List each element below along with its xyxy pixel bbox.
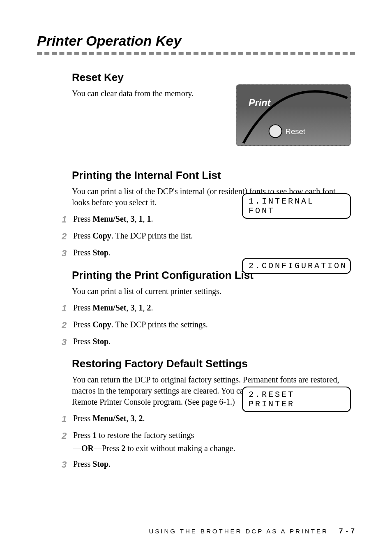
step-text: Press Stop. <box>73 457 355 470</box>
lcd-display-reset-printer: 2.RESET PRINTER <box>242 387 351 412</box>
lcd-display-configuration: 2.CONFIGURATION <box>242 258 351 274</box>
step-text: Press Copy. The DCP prints the settings. <box>73 318 355 331</box>
step-number: 1 <box>62 212 73 227</box>
print-panel-svg: Print Reset <box>237 85 350 145</box>
step-number: 2 <box>62 318 73 332</box>
lcd-display-internal-font: 1.INTERNAL FONT <box>242 193 351 219</box>
step-row: 3 Press Stop. <box>62 335 355 349</box>
step-row: 2 Press Copy. The DCP prints the list. <box>62 229 355 243</box>
factory-reset-steps: 1 Press Menu/Set, 3, 2. 2 Press 1 to res… <box>62 412 355 472</box>
step-text: Press Stop. <box>73 246 355 259</box>
page-number: 7 - 7 <box>339 527 355 535</box>
print-panel-illustration: Print Reset <box>236 84 351 146</box>
factory-reset-heading: Restoring Factory Default Settings <box>72 357 355 370</box>
step-row: 2 Press 1 to restore the factory setting… <box>62 429 355 455</box>
dashed-separator <box>37 52 355 55</box>
step-number: 2 <box>62 229 73 243</box>
step-number: 2 <box>62 429 73 443</box>
step-row: 1 Press Menu/Set, 3, 2. <box>62 412 355 426</box>
main-heading: Printer Operation Key <box>37 33 355 49</box>
step-number: 1 <box>62 412 73 426</box>
page-footer: USING THE BROTHER DCP AS A PRINTER 7 - 7 <box>149 527 355 535</box>
step-number: 3 <box>62 246 73 260</box>
config-list-steps: 1 Press Menu/Set, 3, 1, 2. 2 Press Copy.… <box>62 301 355 350</box>
print-label: Print <box>249 97 271 108</box>
step-row: 3 Press Stop. <box>62 457 355 472</box>
step-number: 3 <box>62 335 73 349</box>
reset-label: Reset <box>286 127 305 136</box>
step-row: 1 Press Menu/Set, 3, 1, 2. <box>62 301 355 315</box>
config-list-intro: You can print a list of current printer … <box>72 286 228 297</box>
step-text: Press Menu/Set, 3, 1, 2. <box>73 301 355 314</box>
step-number: 1 <box>62 301 73 315</box>
step-text: Press Copy. The DCP prints the list. <box>73 229 355 242</box>
internal-font-steps: 1 Press Menu/Set, 3, 1, 1. 2 Press Copy.… <box>62 212 355 261</box>
internal-font-heading: Printing the Internal Font List <box>72 169 355 182</box>
step-row: 2 Press Copy. The DCP prints the setting… <box>62 318 355 332</box>
step-text: Press Menu/Set, 3, 2. <box>73 412 355 425</box>
reset-key-heading: Reset Key <box>72 71 355 84</box>
step-text: Press 1 to restore the factory settings … <box>73 429 355 455</box>
reset-button-circle <box>269 125 282 137</box>
step-text: Press Stop. <box>73 335 355 348</box>
step-number: 3 <box>62 457 73 472</box>
footer-text: USING THE BROTHER DCP AS A PRINTER <box>149 528 328 535</box>
